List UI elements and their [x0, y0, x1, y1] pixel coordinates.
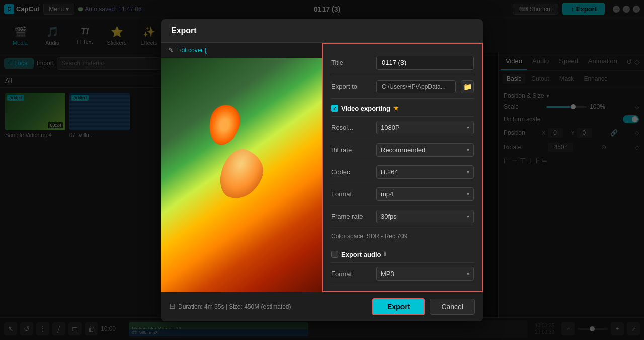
codec-select[interactable]: H.264 ▾ [376, 165, 474, 179]
chevron-down-icon: ▾ [467, 125, 469, 130]
modal-preview: ✎ Edit cover { [161, 43, 322, 292]
export-to-label: Export to [331, 83, 371, 90]
codec-label: Codec [331, 168, 376, 176]
preview-header: ✎ Edit cover { [161, 43, 322, 58]
format-select[interactable]: mp4 ▾ [376, 187, 474, 201]
color-space-row: Color space: SDR - Rec.709 [331, 228, 474, 245]
title-row: Title [331, 51, 474, 75]
resolution-select[interactable]: 1080P ▾ [376, 121, 474, 134]
export-to-row: Export to C:/Users/HP/AppData... 📁 [331, 75, 474, 99]
export-audio-label: Export audio [341, 251, 381, 258]
folder-button[interactable]: 📁 [461, 80, 474, 93]
cancel-button-modal[interactable]: Cancel [430, 299, 475, 315]
format-label: Format [331, 190, 376, 198]
video-exporting-label: Video exporting [341, 105, 390, 112]
resolution-row: Resol... 1080P ▾ [331, 117, 474, 139]
footer-info: 🎞 Duration: 4m 55s | Size: 450M (estimat… [169, 303, 367, 310]
video-exporting-header: ✓ Video exporting ★ [331, 99, 474, 117]
audio-format-row: Format MP3 ▾ [331, 263, 474, 285]
resolution-label: Resol... [331, 124, 376, 131]
modal-form: Title Export to C:/Users/HP/AppData... 📁… [322, 43, 483, 292]
bitrate-row: Bit rate Recommended ▾ [331, 139, 474, 161]
modal-footer: 🎞 Duration: 4m 55s | Size: 450M (estimat… [161, 292, 483, 321]
title-input[interactable] [376, 56, 474, 70]
modal-header: Export [161, 19, 483, 43]
info-icon: ℹ [384, 251, 386, 258]
folder-icon: 📁 [463, 83, 472, 91]
video-export-checkbox[interactable]: ✓ [331, 105, 338, 112]
chevron-down-icon: ▾ [467, 214, 469, 219]
bitrate-label: Bit rate [331, 146, 376, 154]
codec-row: Codec H.264 ▾ [331, 161, 474, 183]
preview-image [161, 58, 322, 292]
title-label: Title [331, 59, 371, 66]
chevron-down-icon: ▾ [467, 271, 469, 277]
modal-body: ✎ Edit cover { Title [161, 43, 483, 292]
framerate-label: Frame rate [331, 213, 376, 220]
chevron-down-icon: ▾ [467, 191, 469, 197]
export-path: C:/Users/HP/AppData... [376, 80, 456, 93]
audio-export-checkbox[interactable] [331, 251, 338, 258]
audio-format-label: Format [331, 270, 376, 278]
bitrate-select[interactable]: Recommended ▾ [376, 143, 474, 157]
edit-icon: ✎ [168, 47, 173, 54]
audio-format-select[interactable]: MP3 ▾ [376, 267, 474, 281]
export-modal: Export ✎ Edit cover { Title [161, 19, 483, 321]
chevron-down-icon: ▾ [467, 147, 469, 153]
modal-overlay: Export ✎ Edit cover { Title [0, 0, 644, 340]
edit-cover-label[interactable]: Edit cover { [176, 47, 207, 54]
film-icon: 🎞 [169, 303, 175, 310]
framerate-select[interactable]: 30fps ▾ [376, 210, 474, 223]
export-button-modal[interactable]: Export [372, 298, 425, 315]
format-row: Format mp4 ▾ [331, 183, 474, 206]
star-icon: ★ [393, 105, 399, 112]
chevron-down-icon: ▾ [467, 169, 469, 175]
export-audio-header: Export audio ℹ [331, 245, 474, 263]
framerate-row: Frame rate 30fps ▾ [331, 206, 474, 228]
